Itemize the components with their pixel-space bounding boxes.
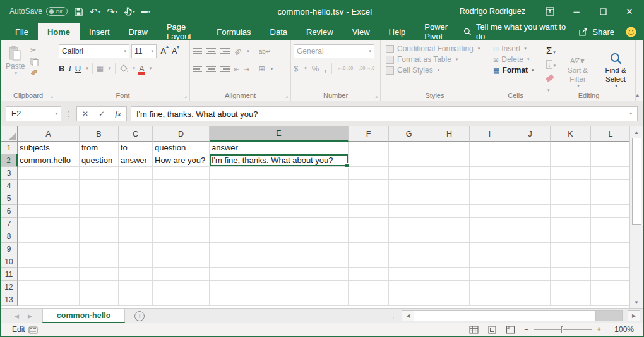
cell-F6[interactable]	[349, 205, 389, 218]
italic-button[interactable]: I	[68, 63, 71, 73]
cell-A4[interactable]	[18, 180, 80, 192]
find-select-button[interactable]: Find & Select ▾	[599, 44, 633, 89]
cell-C2[interactable]: answer	[119, 154, 153, 167]
name-box-dropdown-icon[interactable]: ▾	[55, 111, 57, 116]
cell-C3[interactable]	[119, 167, 153, 180]
cell-C13[interactable]	[119, 293, 153, 306]
cell-I7[interactable]	[470, 218, 510, 230]
cell-F5[interactable]	[349, 192, 389, 205]
previous-sheet-icon[interactable]: ◀	[15, 313, 19, 319]
zoom-out-icon[interactable]: −	[524, 325, 528, 334]
cell-I12[interactable]	[470, 281, 510, 293]
cell-B8[interactable]	[80, 230, 119, 243]
cell-L4[interactable]	[591, 180, 631, 192]
cell-J2[interactable]	[510, 154, 551, 167]
cell-H11[interactable]	[429, 268, 470, 281]
cell-J5[interactable]	[510, 192, 551, 205]
cell-A8[interactable]	[18, 230, 80, 243]
cell-G4[interactable]	[389, 180, 429, 192]
cell-F4[interactable]	[349, 180, 389, 192]
cell-B1[interactable]: from	[80, 142, 119, 154]
tab-view[interactable]: View	[343, 23, 379, 40]
font-size-combo[interactable]: 11▾	[131, 44, 157, 58]
cell-B12[interactable]	[80, 281, 119, 293]
cell-I6[interactable]	[470, 205, 510, 218]
cell-G9[interactable]	[389, 243, 429, 255]
formula-bar-splitter[interactable]: ⋮	[65, 110, 73, 118]
row-header-9[interactable]: 9	[1, 243, 18, 255]
cell-K11[interactable]	[551, 268, 591, 281]
cell-I2[interactable]	[470, 154, 510, 167]
format-painter-icon[interactable]	[30, 69, 39, 77]
cell-K2[interactable]	[551, 154, 591, 167]
cell-L13[interactable]	[591, 293, 631, 306]
cell-F1[interactable]	[349, 142, 389, 154]
cell-E7[interactable]	[210, 218, 349, 230]
cell-A3[interactable]	[18, 167, 80, 180]
format-as-table-button[interactable]: Format as Table▾	[386, 55, 486, 64]
row-header-1[interactable]: 1	[1, 142, 18, 154]
cell-H4[interactable]	[429, 180, 470, 192]
next-sheet-icon[interactable]: ▶	[28, 313, 32, 319]
cell-A13[interactable]	[18, 293, 80, 306]
cell-F7[interactable]	[349, 218, 389, 230]
column-header-I[interactable]: I	[470, 126, 510, 142]
cell-C1[interactable]: to	[119, 142, 153, 154]
tab-insert[interactable]: Insert	[80, 23, 119, 40]
cell-G2[interactable]	[389, 154, 429, 167]
cell-J1[interactable]	[510, 142, 551, 154]
cell-G5[interactable]	[389, 192, 429, 205]
increase-font-size-icon[interactable]: A▲	[158, 46, 168, 56]
cell-H5[interactable]	[429, 192, 470, 205]
expand-formula-bar-icon[interactable]: ▾	[629, 111, 632, 116]
cell-F12[interactable]	[349, 281, 389, 293]
cell-F11[interactable]	[349, 268, 389, 281]
cell-A7[interactable]	[18, 218, 80, 230]
align-bottom-icon[interactable]	[220, 48, 230, 54]
cell-F3[interactable]	[349, 167, 389, 180]
cell-L9[interactable]	[591, 243, 631, 255]
cell-I5[interactable]	[470, 192, 510, 205]
format-cells-button[interactable]: ▦ Format▾	[493, 66, 539, 75]
cell-E10[interactable]	[210, 255, 349, 268]
column-header-A[interactable]: A	[18, 126, 80, 142]
cell-J6[interactable]	[510, 205, 551, 218]
cell-C6[interactable]	[119, 205, 153, 218]
cell-E13[interactable]	[210, 293, 349, 306]
borders-icon[interactable]: ▦	[97, 64, 104, 73]
cell-K9[interactable]	[551, 243, 591, 255]
sort-filter-button[interactable]: A/Z▼ Sort & Filter ▾	[561, 44, 595, 89]
horizontal-scroll-thumb[interactable]	[414, 311, 596, 321]
zoom-slider-thumb[interactable]	[561, 326, 563, 333]
page-break-preview-icon[interactable]	[506, 326, 515, 334]
cell-L8[interactable]	[591, 230, 631, 243]
clear-button[interactable]: ▾	[546, 71, 557, 94]
row-header-6[interactable]: 6	[1, 205, 18, 218]
cell-I11[interactable]	[470, 268, 510, 281]
cell-H7[interactable]	[429, 218, 470, 230]
cell-G11[interactable]	[389, 268, 429, 281]
column-header-C[interactable]: C	[119, 126, 153, 142]
cell-E9[interactable]	[210, 243, 349, 255]
collapse-ribbon-icon[interactable]: ▴	[636, 92, 639, 98]
cell-I8[interactable]	[470, 230, 510, 243]
cell-E4[interactable]	[210, 180, 349, 192]
row-header-13[interactable]: 13	[1, 293, 18, 306]
cell-C7[interactable]	[119, 218, 153, 230]
cell-K7[interactable]	[551, 218, 591, 230]
cell-D6[interactable]	[153, 205, 210, 218]
cell-H9[interactable]	[429, 243, 470, 255]
cell-A2[interactable]: common.hello	[18, 154, 80, 167]
cell-D13[interactable]	[153, 293, 210, 306]
cell-E12[interactable]	[210, 281, 349, 293]
cell-D3[interactable]	[153, 167, 210, 180]
insert-cells-button[interactable]: ⊞ Insert▾	[493, 44, 539, 53]
cell-J10[interactable]	[510, 255, 551, 268]
column-header-J[interactable]: J	[510, 126, 551, 142]
cell-L11[interactable]	[591, 268, 631, 281]
cell-C4[interactable]	[119, 180, 153, 192]
bold-button[interactable]: B	[59, 64, 64, 73]
touch-mode-icon[interactable]: ▾	[124, 7, 135, 16]
cell-E11[interactable]	[210, 268, 349, 281]
column-header-F[interactable]: F	[349, 126, 389, 142]
